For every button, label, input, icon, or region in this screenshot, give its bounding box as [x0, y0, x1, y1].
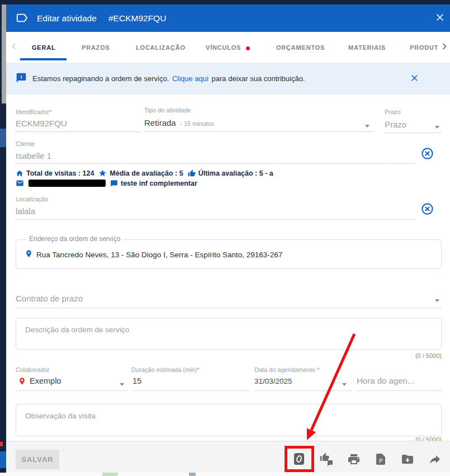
- cliente-label: Cliente: [16, 140, 35, 147]
- banner-close-icon[interactable]: [410, 73, 419, 83]
- identificador-underline: [16, 131, 140, 132]
- activity-tag-icon: [16, 12, 28, 24]
- total-visitas-stat: Total de visitas : 124: [16, 169, 94, 177]
- share-icon[interactable]: [428, 453, 442, 466]
- localizacao-value: lalala: [16, 206, 35, 216]
- data-agendamento-underline: [254, 390, 352, 391]
- cliente-value: Isabelle 1: [16, 151, 51, 161]
- endereco-fieldset: Endereço da ordem de serviço Rua Tancred…: [16, 239, 442, 269]
- tipo-atividade-duration: - 15 minutos: [180, 120, 214, 127]
- prazo-select[interactable]: Prazo: [385, 120, 406, 129]
- pdf-icon[interactable]: P: [374, 453, 387, 466]
- descricao-textarea[interactable]: Descrição da ordem de serviço: [16, 318, 442, 350]
- chat-bubble-icon: [110, 180, 118, 187]
- background-blue-fragment: [0, 451, 6, 468]
- close-icon[interactable]: [434, 12, 446, 23]
- colaborador-label: Colaborador: [16, 366, 50, 373]
- data-agendamento-input[interactable]: 31/03/2025: [254, 377, 292, 385]
- identificador-label: Identificador*: [16, 109, 51, 115]
- print-icon[interactable]: [347, 453, 361, 466]
- tab-materiais[interactable]: MATERIAIS: [348, 44, 386, 51]
- svg-text:P: P: [378, 457, 383, 464]
- tipo-atividade-value: Retirada: [144, 118, 176, 128]
- thumb-up-icon: [188, 169, 196, 177]
- info-complementar-stat: teste inf complementar: [110, 180, 197, 187]
- tab-localizacao[interactable]: LOCALIZAÇÃO: [136, 44, 186, 51]
- duracao-input[interactable]: 15: [132, 376, 141, 385]
- colaborador-underline: [16, 390, 128, 391]
- banner-text-before: Estamos repaginando a ordem de serviço.: [32, 74, 169, 83]
- localizacao-underline: [16, 219, 415, 220]
- hora-agendamento-underline: [357, 390, 442, 391]
- modal-footer: SALVAR P: [6, 441, 450, 473]
- observacao-placeholder: Observação da visita: [25, 412, 96, 420]
- background-red-fragment: [0, 442, 3, 446]
- active-tab-underline: [20, 58, 67, 60]
- colaborador-dropdown-icon[interactable]: [120, 383, 124, 386]
- banner-link[interactable]: Clique aqui: [172, 74, 209, 83]
- home-icon: [16, 169, 23, 177]
- annotation-highlight-box: [285, 446, 314, 472]
- descricao-placeholder: Descrição da ordem de serviço: [25, 326, 129, 334]
- colaborador-select[interactable]: Exemplo: [30, 376, 61, 385]
- background-sidebar-highlight: [0, 129, 6, 147]
- modal-title: Editar atividade: [37, 13, 97, 23]
- tab-orcamentos[interactable]: ORÇAMENTOS: [276, 44, 325, 51]
- cliente-clear-icon[interactable]: [421, 147, 434, 160]
- cliente-underline: [16, 163, 415, 164]
- duracao-label: Duração estimada (min)*: [131, 366, 200, 373]
- star-icon: [98, 169, 107, 177]
- media-avaliacao-stat: Média de avaliação : 5: [98, 169, 183, 177]
- tipo-atividade-dropdown-icon[interactable]: [365, 125, 370, 128]
- localizacao-clear-icon[interactable]: [421, 202, 434, 215]
- email-icon: [16, 179, 24, 187]
- endereco-legend: Endereço da ordem de serviço: [26, 235, 123, 243]
- identificador-value: ECKM92FQU: [16, 119, 67, 128]
- client-stats-row-2: teste inf complementar: [16, 179, 197, 187]
- background-bottom-green-fragment: [102, 473, 118, 476]
- client-stats-row-1: Total de visitas : 124 Média de avaliaçã…: [16, 169, 273, 177]
- banner-text-after: para deixar sua contribuição.: [212, 74, 305, 83]
- feedback-icon[interactable]: [320, 453, 333, 466]
- data-agendamento-dropdown-icon[interactable]: [342, 383, 347, 386]
- tipo-atividade-underline: [144, 131, 373, 132]
- background-bottom-gray-fragment: [189, 473, 196, 476]
- background-bottom-strip: [0, 473, 450, 476]
- info-banner: ! Estamos repaginando a ordem de serviço…: [6, 63, 450, 95]
- endereco-value: Rua Tancredo Neves, 13 - São Diogo I, Se…: [36, 251, 282, 259]
- prazo-dropdown-icon[interactable]: [435, 126, 439, 129]
- save-button[interactable]: SALVAR: [16, 450, 59, 469]
- prazo-underline: [385, 133, 442, 133]
- background-scrollbar-strip: [2, 4, 6, 103]
- tab-bar: GERAL PRAZOS LOCALIZAÇÃO VÍNCULOS ORÇAME…: [6, 32, 450, 63]
- hora-agendamento-input[interactable]: Hora do agen...: [357, 376, 414, 385]
- tipo-atividade-label: Tipo de atividade: [144, 107, 191, 114]
- tabs-scroll-right-icon[interactable]: [438, 41, 450, 52]
- prazo-label: Prazo: [385, 109, 401, 115]
- edit-activity-modal: Editar atividade #ECKM92FQU GERAL PRAZOS…: [6, 4, 450, 473]
- observacao-textarea[interactable]: Observação da visita: [16, 404, 442, 436]
- localizacao-label: Localização: [16, 196, 48, 202]
- svg-text:!: !: [20, 74, 22, 80]
- tab-vinculos[interactable]: VÍNCULOS: [206, 44, 241, 51]
- banner-alert-icon: !: [16, 72, 27, 83]
- tab-prazos[interactable]: PRAZOS: [82, 44, 110, 51]
- vinculos-notification-dot: [246, 46, 250, 50]
- map-pin-icon: [25, 249, 33, 258]
- contrato-prazo-dropdown-icon[interactable]: [435, 299, 439, 302]
- data-agendamento-label: Data do agendamento *: [254, 366, 319, 373]
- contrato-prazo-select[interactable]: Contrato de prazo: [16, 294, 83, 303]
- person-pin-icon: [18, 377, 26, 385]
- contrato-prazo-underline: [16, 308, 442, 308]
- download-icon[interactable]: [401, 453, 414, 466]
- activity-code: #ECKM92FQU: [108, 13, 166, 23]
- tab-geral[interactable]: GERAL: [32, 44, 56, 51]
- tabs-scroll-left-icon[interactable]: [8, 41, 20, 52]
- tipo-atividade-select[interactable]: Retirada - 15 minutos: [144, 118, 214, 128]
- tab-produtos[interactable]: PRODUTOS: [410, 44, 438, 51]
- modal-header: Editar atividade #ECKM92FQU: [6, 4, 450, 32]
- email-redaction-bar: [29, 180, 106, 187]
- banner-text: Estamos repaginando a ordem de serviço. …: [32, 74, 305, 83]
- descricao-counter: (0 / 5000): [16, 352, 442, 359]
- duracao-underline: [132, 390, 249, 391]
